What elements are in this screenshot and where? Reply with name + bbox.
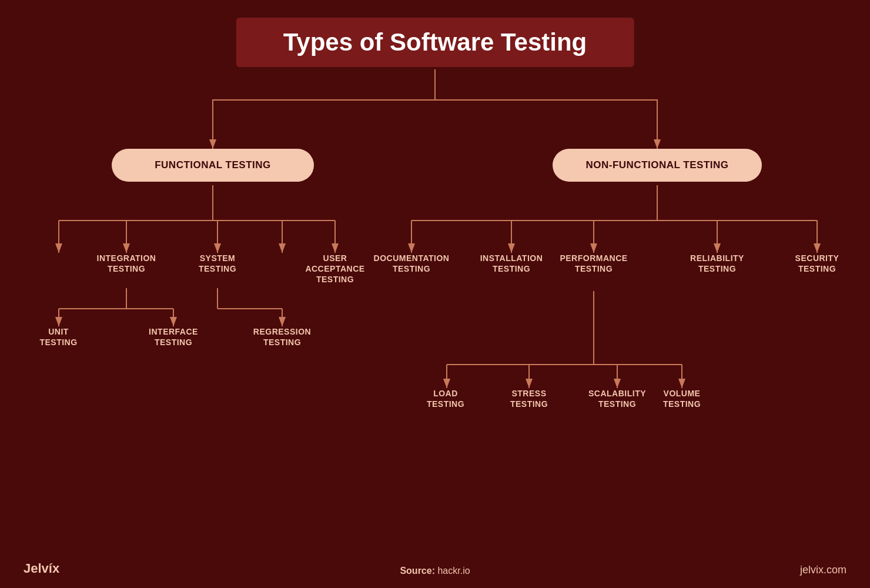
footer-source-label: Source: <box>400 566 435 576</box>
footer-source: Source: hackr.io <box>400 566 470 576</box>
connector-lines <box>0 0 870 588</box>
system-testing-node: SYSTEMTESTING <box>185 253 250 274</box>
title-text: Types of Software Testing <box>283 28 587 56</box>
non-functional-testing-box: NON-FUNCTIONAL TESTING <box>553 149 762 182</box>
volume-testing-node: VOLUMETESTING <box>647 388 717 409</box>
documentation-testing-node: DOCUMENTATIONTESTING <box>367 253 456 274</box>
footer-website: jelvix.com <box>800 564 846 576</box>
footer-brand: Jelvíx <box>24 561 59 576</box>
installation-testing-node: INSTALLATIONTESTING <box>473 253 550 274</box>
user-acceptance-testing-node: USERACCEPTANCETESTING <box>300 253 370 285</box>
reliability-testing-node: RELIABILITYTESTING <box>679 253 755 274</box>
interface-testing-node: INTERFACETESTING <box>138 326 209 348</box>
title-box: Types of Software Testing <box>236 18 634 67</box>
performance-testing-node: PERFORMANCETESTING <box>558 253 629 274</box>
diagram-container: Types of Software Testing FUNCTIONAL TES… <box>0 0 870 588</box>
integration-testing-node: INTEGRATIONTESTING <box>91 253 162 274</box>
load-testing-node: LOADTESTING <box>410 388 481 409</box>
stress-testing-node: STRESSTESTING <box>494 388 564 409</box>
security-testing-node: SECURITYTESTING <box>782 253 852 274</box>
functional-testing-box: FUNCTIONAL TESTING <box>112 149 314 182</box>
footer-source-value: hackr.io <box>437 566 470 576</box>
scalability-testing-node: SCALABILITYTESTING <box>579 388 655 409</box>
unit-testing-node: UNITTESTING <box>25 326 92 348</box>
regression-testing-node: REGRESSIONTESTING <box>247 326 317 348</box>
